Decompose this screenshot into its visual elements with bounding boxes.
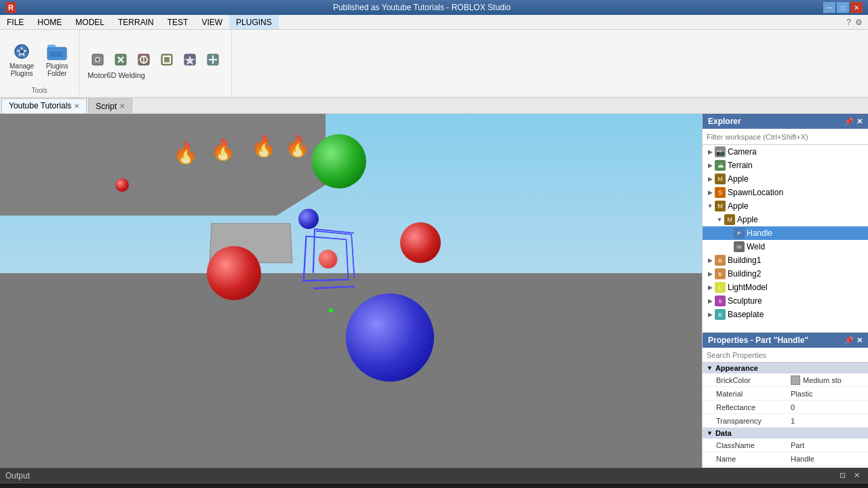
close-tab-script[interactable]: ✕ bbox=[119, 102, 125, 110]
output-close-button[interactable]: ✕ bbox=[851, 471, 863, 480]
tree-arrow-terrain[interactable] bbox=[705, 161, 715, 170]
prop-name-brickcolor: BrickColor bbox=[705, 376, 791, 384]
window-controls: ─ □ ✕ bbox=[823, 2, 863, 13]
tab-label-script: Script bbox=[96, 102, 117, 111]
motor6d-icon-4 bbox=[159, 52, 174, 67]
motor6d-btn-2[interactable] bbox=[111, 51, 131, 68]
brickcolor-swatch[interactable] bbox=[791, 375, 800, 385]
filter-input[interactable] bbox=[707, 133, 864, 141]
main-area: 🔥 🔥 🔥 🔥 Explorer bbox=[0, 114, 868, 468]
tree-arrow-building2[interactable] bbox=[705, 269, 715, 279]
appearance-arrow: ▼ bbox=[707, 365, 713, 371]
prop-name-material: Material bbox=[705, 390, 791, 398]
right-panel: Explorer 📌 ✕ 📷 Camera ⛰ Terrain bbox=[702, 114, 868, 468]
props-content[interactable]: ▼ Appearance BrickColor Medium sto Mater… bbox=[703, 363, 868, 468]
menu-file[interactable]: FILE bbox=[0, 15, 31, 29]
props-search-input[interactable] bbox=[707, 351, 864, 359]
motor6d-btn-4[interactable] bbox=[157, 51, 177, 68]
plugins-folder-label: PluginsFolder bbox=[46, 62, 68, 77]
motor6d-btn-6[interactable] bbox=[203, 51, 223, 68]
menu-home[interactable]: HOME bbox=[31, 15, 68, 29]
tree-item-lightmodel[interactable]: L LightModel bbox=[703, 281, 868, 294]
props-controls: 📌 ✕ bbox=[844, 336, 863, 345]
minimize-button[interactable]: ─ bbox=[823, 2, 835, 13]
prop-value-material[interactable]: Plastic bbox=[791, 390, 865, 398]
menu-test[interactable]: TEST bbox=[161, 15, 195, 29]
output-controls: ⊡ ✕ bbox=[837, 471, 863, 480]
tree-arrow-apple2[interactable] bbox=[705, 201, 715, 211]
close-button[interactable]: ✕ bbox=[850, 2, 863, 13]
tree-label-baseplate: Baseplate bbox=[728, 310, 764, 319]
menu-terrain[interactable]: TERRAIN bbox=[111, 15, 161, 29]
appearance-label: Appearance bbox=[715, 364, 758, 372]
tree-item-terrain[interactable]: ⛰ Terrain bbox=[703, 159, 868, 172]
motor6d-btn-3[interactable] bbox=[134, 51, 154, 68]
tree-item-spawn[interactable]: S SpawnLocation bbox=[703, 186, 868, 199]
tree-arrow-camera[interactable] bbox=[705, 147, 715, 157]
plugins-folder-button[interactable]: PluginsFolder bbox=[41, 38, 73, 80]
menu-plugins[interactable]: PLUGINS bbox=[229, 15, 279, 29]
motor6d-icons bbox=[87, 51, 223, 68]
tree-item-weld[interactable]: W Weld bbox=[703, 240, 868, 253]
red-sphere-small bbox=[115, 178, 129, 192]
lightmodel-icon: L bbox=[715, 282, 726, 293]
tree-arrow-spawn[interactable] bbox=[705, 188, 715, 197]
tree-item-apple3[interactable]: M Apple bbox=[703, 213, 868, 226]
sculpture-icon: S bbox=[715, 296, 726, 306]
tab-script[interactable]: Script ✕ bbox=[88, 98, 132, 113]
explorer-pin-button[interactable]: 📌 bbox=[844, 117, 854, 126]
prop-name-classname: ClassName bbox=[705, 441, 791, 449]
settings-icon[interactable]: ⚙ bbox=[855, 18, 863, 27]
tree-area[interactable]: 📷 Camera ⛰ Terrain M Apple S bbox=[703, 145, 868, 332]
apple2-icon: M bbox=[715, 201, 726, 211]
tree-item-building1[interactable]: B Building1 bbox=[703, 253, 868, 267]
fire-1: 🔥 bbox=[173, 141, 198, 165]
help-icon[interactable]: ? bbox=[846, 18, 851, 27]
ribbon-group-tools: ManagePlugins PluginsFolder Tools bbox=[0, 30, 79, 97]
tree-item-apple2[interactable]: M Apple bbox=[703, 199, 868, 213]
tree-item-handle[interactable]: P Handle bbox=[703, 226, 868, 240]
output-area: Output ⊡ ✕ 16:20:26.952 - DataModel Load… bbox=[0, 468, 868, 488]
roblox-icon: R bbox=[5, 2, 16, 13]
tree-arrow-building1[interactable] bbox=[705, 256, 715, 265]
close-tab-youtube[interactable]: ✕ bbox=[74, 102, 79, 110]
manage-plugins-button[interactable]: ManagePlugins bbox=[5, 38, 38, 80]
tree-arrow-baseplate[interactable] bbox=[705, 310, 715, 319]
tree-label-apple1: Apple bbox=[728, 174, 749, 184]
explorer-close-button[interactable]: ✕ bbox=[856, 117, 863, 126]
tree-label-weld: Weld bbox=[747, 242, 765, 251]
viewport[interactable]: 🔥 🔥 🔥 🔥 bbox=[0, 114, 702, 468]
prop-value-transparency[interactable]: 1 bbox=[791, 417, 865, 425]
tree-item-building2[interactable]: B Building2 bbox=[703, 267, 868, 281]
appearance-section-header[interactable]: ▼ Appearance bbox=[703, 363, 868, 373]
tree-arrow-apple3[interactable] bbox=[715, 215, 724, 224]
menu-view[interactable]: VIEW bbox=[195, 15, 229, 29]
maximize-button[interactable]: □ bbox=[837, 2, 849, 13]
tree-arrow-sculpture[interactable] bbox=[705, 296, 715, 306]
tree-arrow-lightmodel[interactable] bbox=[705, 283, 715, 292]
props-pin-button[interactable]: 📌 bbox=[844, 336, 854, 345]
tab-youtube-tutorials[interactable]: Youtube Tutorials ✕ bbox=[1, 98, 87, 113]
menu-model[interactable]: MODEL bbox=[68, 15, 111, 29]
tree-label-spawn: SpawnLocation bbox=[728, 188, 783, 197]
tree-item-camera[interactable]: 📷 Camera bbox=[703, 145, 868, 159]
tree-arrow-apple1[interactable] bbox=[705, 174, 715, 184]
output-popout-button[interactable]: ⊡ bbox=[837, 471, 848, 480]
tree-item-sculpture[interactable]: S Sculpture bbox=[703, 294, 868, 308]
motor6d-btn-5[interactable] bbox=[180, 51, 200, 68]
tab-label-youtube: Youtube Tutorials bbox=[9, 101, 71, 110]
menu-bar: FILE HOME MODEL TERRAIN TEST VIEW PLUGIN… bbox=[0, 15, 868, 30]
tree-item-baseplate[interactable]: B Baseplate bbox=[703, 308, 868, 321]
brickcolor-text: Medium sto bbox=[803, 376, 842, 384]
ribbon-tools-label: Tools bbox=[31, 85, 47, 94]
manage-plugins-label: ManagePlugins bbox=[9, 62, 34, 77]
prop-value-reflectance[interactable]: 0 bbox=[791, 403, 865, 411]
tree-item-apple1[interactable]: M Apple bbox=[703, 172, 868, 186]
prop-value-brickcolor[interactable]: Medium sto bbox=[791, 375, 865, 385]
data-section-header[interactable]: ▼ Data bbox=[703, 428, 868, 439]
motor6d-btn-1[interactable] bbox=[87, 51, 108, 68]
filter-box bbox=[703, 129, 868, 145]
tree-label-terrain: Terrain bbox=[728, 161, 753, 170]
props-close-button[interactable]: ✕ bbox=[856, 336, 863, 345]
prop-value-name[interactable]: Handle bbox=[791, 455, 865, 463]
